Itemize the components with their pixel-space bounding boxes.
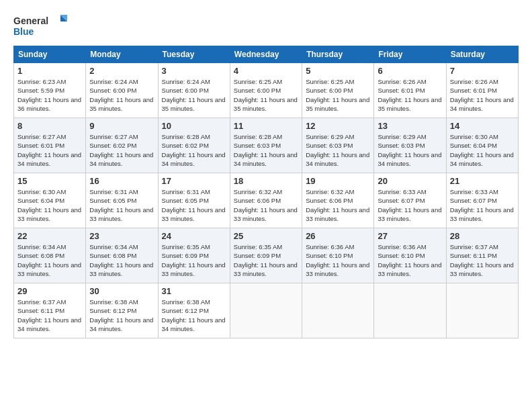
- calendar-header-tuesday: Tuesday: [158, 46, 230, 63]
- calendar-cell: [302, 283, 374, 338]
- calendar-header-thursday: Thursday: [302, 46, 374, 63]
- day-number: 14: [450, 121, 515, 131]
- day-info: Sunrise: 6:32 AM Sunset: 6:06 PM Dayligh…: [306, 187, 370, 223]
- day-number: 8: [17, 121, 82, 131]
- day-info: Sunrise: 6:24 AM Sunset: 6:00 PM Dayligh…: [89, 77, 154, 113]
- day-number: 6: [378, 66, 442, 76]
- day-number: 1: [17, 66, 82, 76]
- day-number: 10: [162, 121, 226, 131]
- day-info: Sunrise: 6:33 AM Sunset: 6:07 PM Dayligh…: [450, 187, 515, 223]
- calendar-cell: 15 Sunrise: 6:30 AM Sunset: 6:04 PM Dayl…: [14, 173, 86, 228]
- calendar-cell: 31 Sunrise: 6:38 AM Sunset: 6:12 PM Dayl…: [158, 283, 230, 338]
- day-number: 9: [89, 121, 154, 131]
- day-number: 24: [162, 231, 226, 241]
- calendar-header-monday: Monday: [86, 46, 158, 63]
- page: General Blue SundayMondayTuesdayWednesda…: [0, 0, 532, 345]
- day-number: 13: [378, 121, 442, 131]
- calendar-week-3: 15 Sunrise: 6:30 AM Sunset: 6:04 PM Dayl…: [14, 173, 519, 228]
- calendar-cell: 14 Sunrise: 6:30 AM Sunset: 6:04 PM Dayl…: [446, 118, 518, 173]
- calendar-cell: 11 Sunrise: 6:28 AM Sunset: 6:03 PM Dayl…: [230, 118, 302, 173]
- day-info: Sunrise: 6:26 AM Sunset: 6:01 PM Dayligh…: [378, 77, 442, 113]
- calendar-cell: 27 Sunrise: 6:36 AM Sunset: 6:10 PM Dayl…: [374, 228, 446, 283]
- day-info: Sunrise: 6:30 AM Sunset: 6:04 PM Dayligh…: [450, 132, 515, 168]
- calendar-cell: 23 Sunrise: 6:34 AM Sunset: 6:08 PM Dayl…: [86, 228, 158, 283]
- calendar-cell: 17 Sunrise: 6:31 AM Sunset: 6:05 PM Dayl…: [158, 173, 230, 228]
- day-info: Sunrise: 6:27 AM Sunset: 6:01 PM Dayligh…: [17, 132, 82, 168]
- day-number: 7: [450, 66, 515, 76]
- day-number: 25: [234, 231, 298, 241]
- calendar-cell: 18 Sunrise: 6:32 AM Sunset: 6:06 PM Dayl…: [230, 173, 302, 228]
- calendar-cell: 1 Sunrise: 6:23 AM Sunset: 5:59 PM Dayli…: [14, 63, 86, 118]
- day-number: 5: [306, 66, 370, 76]
- calendar-header-friday: Friday: [374, 46, 446, 63]
- day-info: Sunrise: 6:23 AM Sunset: 5:59 PM Dayligh…: [17, 77, 82, 113]
- calendar-week-5: 29 Sunrise: 6:37 AM Sunset: 6:11 PM Dayl…: [14, 283, 519, 338]
- calendar-cell: 3 Sunrise: 6:24 AM Sunset: 6:00 PM Dayli…: [158, 63, 230, 118]
- day-info: Sunrise: 6:25 AM Sunset: 6:00 PM Dayligh…: [306, 77, 370, 113]
- calendar-cell: 20 Sunrise: 6:33 AM Sunset: 6:07 PM Dayl…: [374, 173, 446, 228]
- calendar-cell: [446, 283, 518, 338]
- day-number: 29: [17, 286, 82, 296]
- calendar-cell: 19 Sunrise: 6:32 AM Sunset: 6:06 PM Dayl…: [302, 173, 374, 228]
- day-info: Sunrise: 6:28 AM Sunset: 6:03 PM Dayligh…: [234, 132, 298, 168]
- day-info: Sunrise: 6:27 AM Sunset: 6:02 PM Dayligh…: [89, 132, 154, 168]
- day-number: 19: [306, 176, 370, 186]
- calendar-cell: 29 Sunrise: 6:37 AM Sunset: 6:11 PM Dayl…: [14, 283, 86, 338]
- calendar-cell: 6 Sunrise: 6:26 AM Sunset: 6:01 PM Dayli…: [374, 63, 446, 118]
- day-info: Sunrise: 6:34 AM Sunset: 6:08 PM Dayligh…: [89, 242, 154, 278]
- calendar-week-2: 8 Sunrise: 6:27 AM Sunset: 6:01 PM Dayli…: [14, 118, 519, 173]
- day-info: Sunrise: 6:30 AM Sunset: 6:04 PM Dayligh…: [17, 187, 82, 223]
- day-number: 3: [162, 66, 226, 76]
- calendar-cell: 10 Sunrise: 6:28 AM Sunset: 6:02 PM Dayl…: [158, 118, 230, 173]
- day-number: 23: [89, 231, 154, 241]
- calendar-header-sunday: Sunday: [14, 46, 86, 63]
- day-number: 17: [162, 176, 226, 186]
- day-info: Sunrise: 6:25 AM Sunset: 6:00 PM Dayligh…: [234, 77, 298, 113]
- day-number: 22: [17, 231, 82, 241]
- day-info: Sunrise: 6:35 AM Sunset: 6:09 PM Dayligh…: [162, 242, 226, 278]
- calendar-week-1: 1 Sunrise: 6:23 AM Sunset: 5:59 PM Dayli…: [14, 63, 519, 118]
- calendar-cell: 26 Sunrise: 6:36 AM Sunset: 6:10 PM Dayl…: [302, 228, 374, 283]
- calendar-cell: 5 Sunrise: 6:25 AM Sunset: 6:00 PM Dayli…: [302, 63, 374, 118]
- calendar: SundayMondayTuesdayWednesdayThursdayFrid…: [13, 46, 519, 338]
- calendar-cell: [374, 283, 446, 338]
- day-number: 20: [378, 176, 442, 186]
- day-info: Sunrise: 6:35 AM Sunset: 6:09 PM Dayligh…: [234, 242, 298, 278]
- calendar-body: 1 Sunrise: 6:23 AM Sunset: 5:59 PM Dayli…: [14, 63, 519, 338]
- calendar-cell: [230, 283, 302, 338]
- calendar-cell: 16 Sunrise: 6:31 AM Sunset: 6:05 PM Dayl…: [86, 173, 158, 228]
- calendar-cell: 2 Sunrise: 6:24 AM Sunset: 6:00 PM Dayli…: [86, 63, 158, 118]
- day-info: Sunrise: 6:38 AM Sunset: 6:12 PM Dayligh…: [162, 298, 226, 333]
- svg-text:General: General: [13, 15, 48, 26]
- day-number: 28: [450, 231, 515, 241]
- calendar-cell: 24 Sunrise: 6:35 AM Sunset: 6:09 PM Dayl…: [158, 228, 230, 283]
- day-number: 2: [89, 66, 154, 76]
- day-info: Sunrise: 6:32 AM Sunset: 6:06 PM Dayligh…: [234, 187, 298, 223]
- logo: General Blue: [13, 12, 67, 39]
- calendar-cell: 4 Sunrise: 6:25 AM Sunset: 6:00 PM Dayli…: [230, 63, 302, 118]
- day-info: Sunrise: 6:33 AM Sunset: 6:07 PM Dayligh…: [378, 187, 442, 223]
- day-info: Sunrise: 6:28 AM Sunset: 6:02 PM Dayligh…: [162, 132, 226, 168]
- day-number: 21: [450, 176, 515, 186]
- day-info: Sunrise: 6:34 AM Sunset: 6:08 PM Dayligh…: [17, 242, 82, 278]
- calendar-cell: 21 Sunrise: 6:33 AM Sunset: 6:07 PM Dayl…: [446, 173, 518, 228]
- day-info: Sunrise: 6:37 AM Sunset: 6:11 PM Dayligh…: [450, 242, 515, 278]
- day-info: Sunrise: 6:36 AM Sunset: 6:10 PM Dayligh…: [378, 242, 442, 278]
- day-number: 30: [89, 286, 154, 296]
- calendar-header-saturday: Saturday: [446, 46, 518, 63]
- day-number: 12: [306, 121, 370, 131]
- calendar-cell: 9 Sunrise: 6:27 AM Sunset: 6:02 PM Dayli…: [86, 118, 158, 173]
- calendar-cell: 13 Sunrise: 6:29 AM Sunset: 6:03 PM Dayl…: [374, 118, 446, 173]
- calendar-header-wednesday: Wednesday: [230, 46, 302, 63]
- svg-text:Blue: Blue: [13, 26, 34, 37]
- calendar-week-4: 22 Sunrise: 6:34 AM Sunset: 6:08 PM Dayl…: [14, 228, 519, 283]
- header: General Blue: [13, 12, 519, 39]
- day-info: Sunrise: 6:37 AM Sunset: 6:11 PM Dayligh…: [17, 298, 82, 333]
- day-info: Sunrise: 6:29 AM Sunset: 6:03 PM Dayligh…: [378, 132, 442, 168]
- day-number: 27: [378, 231, 442, 241]
- day-info: Sunrise: 6:26 AM Sunset: 6:01 PM Dayligh…: [450, 77, 515, 113]
- day-number: 4: [234, 66, 298, 76]
- calendar-cell: 8 Sunrise: 6:27 AM Sunset: 6:01 PM Dayli…: [14, 118, 86, 173]
- calendar-cell: 28 Sunrise: 6:37 AM Sunset: 6:11 PM Dayl…: [446, 228, 518, 283]
- calendar-cell: 30 Sunrise: 6:38 AM Sunset: 6:12 PM Dayl…: [86, 283, 158, 338]
